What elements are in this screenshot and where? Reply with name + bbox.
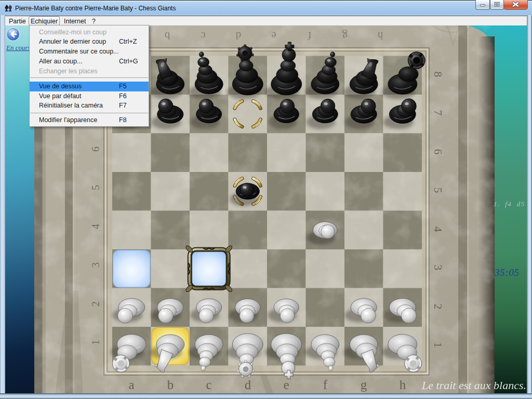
svg-text:e: e: [271, 30, 276, 42]
svg-text:f: f: [308, 30, 312, 42]
svg-text:5: 5: [90, 185, 101, 190]
svg-text:b: b: [165, 30, 170, 42]
svg-text:6: 6: [90, 147, 101, 152]
svg-text:h: h: [377, 30, 383, 42]
svg-text:6: 6: [432, 149, 445, 155]
svg-text:1. f4 d5: 1. f4 d5: [494, 200, 525, 208]
svg-text:c: c: [206, 378, 211, 392]
svg-text:1: 1: [90, 340, 101, 345]
svg-text:3: 3: [432, 265, 445, 271]
svg-text:35:05: 35:05: [494, 267, 519, 278]
svg-text:2: 2: [90, 301, 101, 307]
svg-text:8: 8: [432, 72, 445, 77]
svg-text:h: h: [400, 378, 406, 392]
svg-text:7: 7: [432, 110, 445, 116]
svg-text:b: b: [167, 378, 174, 392]
svg-text:c: c: [201, 30, 205, 42]
svg-text:5: 5: [432, 188, 445, 193]
svg-text:3: 3: [90, 262, 101, 268]
svg-text:g: g: [342, 30, 348, 42]
svg-text:e: e: [283, 378, 289, 392]
svg-text:d: d: [235, 30, 241, 42]
svg-text:Le trait est aux blancs.: Le trait est aux blancs.: [421, 379, 526, 392]
svg-text:2: 2: [432, 304, 445, 310]
svg-text:d: d: [245, 378, 251, 392]
svg-text:4: 4: [432, 227, 445, 232]
svg-text:g: g: [361, 378, 367, 392]
svg-text:f: f: [323, 378, 328, 392]
svg-text:4: 4: [90, 224, 101, 229]
svg-text:a: a: [128, 378, 134, 392]
svg-text:1: 1: [432, 342, 445, 348]
